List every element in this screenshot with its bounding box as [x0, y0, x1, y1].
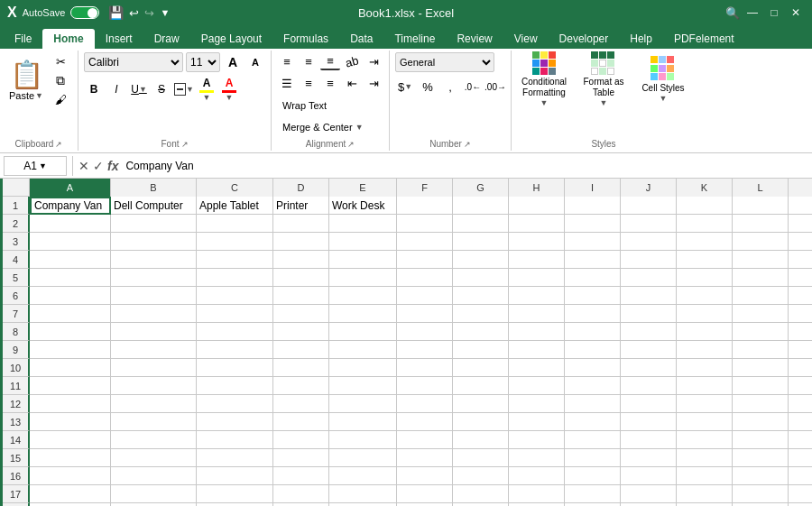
cell-h2[interactable] — [509, 215, 565, 233]
cell-j10[interactable] — [621, 359, 677, 377]
cell-d13[interactable] — [273, 413, 329, 431]
number-expand-icon[interactable]: ↗ — [464, 140, 471, 149]
format-as-table-button[interactable]: Format as Table ▼ — [577, 52, 631, 106]
font-family-select[interactable]: Calibri Arial Times New Roman — [84, 52, 183, 72]
col-header-j[interactable]: J — [621, 179, 677, 197]
decrease-decimal-button[interactable]: .00→ — [485, 77, 505, 97]
cell-e14[interactable] — [329, 431, 397, 449]
cell-l17[interactable] — [733, 485, 789, 503]
cell-h11[interactable] — [509, 377, 565, 395]
cell-k1[interactable] — [677, 197, 733, 215]
cell-i4[interactable] — [565, 251, 621, 269]
col-header-a[interactable]: A — [30, 179, 111, 197]
cell-f10[interactable] — [397, 359, 453, 377]
cell-e13[interactable] — [329, 413, 397, 431]
italic-button[interactable]: I — [106, 79, 126, 99]
copy-button[interactable]: ⧉ — [49, 71, 72, 89]
corner-cell[interactable] — [3, 179, 30, 196]
cell-styles-button[interactable]: Cell Styles ▼ — [636, 52, 690, 106]
insert-function-btn[interactable]: fx — [107, 159, 118, 173]
cell-g13[interactable] — [453, 413, 509, 431]
cell-i10[interactable] — [565, 359, 621, 377]
cut-button[interactable]: ✂ — [49, 52, 72, 70]
cell-k4[interactable] — [677, 251, 733, 269]
cell-b1[interactable]: Dell Computer — [111, 197, 197, 215]
increase-decimal-button[interactable]: .0← — [463, 77, 483, 97]
cell-a14[interactable] — [30, 431, 111, 449]
cell-h9[interactable] — [509, 341, 565, 359]
col-header-k[interactable]: K — [677, 179, 733, 197]
format-painter-button[interactable]: 🖌 — [49, 90, 72, 108]
cell-k6[interactable] — [677, 287, 733, 305]
clipboard-expand-icon[interactable]: ↗ — [55, 140, 62, 149]
cell-f3[interactable] — [397, 233, 453, 251]
formula-cancel-btn[interactable]: ✕ — [78, 159, 89, 173]
cell-a6[interactable] — [30, 287, 111, 305]
col-header-h[interactable]: H — [509, 179, 565, 197]
cell-i1[interactable] — [565, 197, 621, 215]
cell-b14[interactable] — [111, 431, 197, 449]
cell-g5[interactable] — [453, 269, 509, 287]
cell-c9[interactable] — [197, 341, 273, 359]
cell-j6[interactable] — [621, 287, 677, 305]
cell-m4[interactable] — [789, 251, 812, 269]
cell-g8[interactable] — [453, 323, 509, 341]
cell-a10[interactable] — [30, 359, 111, 377]
cell-e10[interactable] — [329, 359, 397, 377]
cell-a4[interactable] — [30, 251, 111, 269]
cell-c16[interactable] — [197, 467, 273, 485]
cell-a13[interactable] — [30, 413, 111, 431]
cell-c11[interactable] — [197, 377, 273, 395]
cell-l1[interactable] — [733, 197, 789, 215]
cell-d4[interactable] — [273, 251, 329, 269]
cell-j17[interactable] — [621, 485, 677, 503]
paste-button[interactable]: 📋 Paste ▼ — [5, 52, 47, 106]
cell-h6[interactable] — [509, 287, 565, 305]
tab-home[interactable]: Home — [42, 29, 94, 49]
cell-h17[interactable] — [509, 485, 565, 503]
cell-h15[interactable] — [509, 449, 565, 467]
cell-i8[interactable] — [565, 323, 621, 341]
col-header-i[interactable]: I — [565, 179, 621, 197]
cell-g12[interactable] — [453, 395, 509, 413]
cell-l4[interactable] — [733, 251, 789, 269]
cell-c3[interactable] — [197, 233, 273, 251]
redo-icon[interactable]: ↪ — [144, 6, 154, 20]
cell-e9[interactable] — [329, 341, 397, 359]
cell-j9[interactable] — [621, 341, 677, 359]
cell-i14[interactable] — [565, 431, 621, 449]
cell-k8[interactable] — [677, 323, 733, 341]
tab-draw[interactable]: Draw — [143, 29, 190, 49]
cell-d15[interactable] — [273, 449, 329, 467]
cell-j14[interactable] — [621, 431, 677, 449]
wrap-text-button[interactable]: Wrap Text — [277, 96, 369, 115]
cell-m5[interactable] — [789, 269, 812, 287]
cell-j4[interactable] — [621, 251, 677, 269]
cell-d16[interactable] — [273, 467, 329, 485]
cell-c17[interactable] — [197, 485, 273, 503]
cell-h13[interactable] — [509, 413, 565, 431]
col-header-f[interactable]: F — [397, 179, 453, 197]
cell-f5[interactable] — [397, 269, 453, 287]
cell-j15[interactable] — [621, 449, 677, 467]
cell-l15[interactable] — [733, 449, 789, 467]
align-middle-button[interactable]: ≡ — [299, 52, 318, 70]
cell-g14[interactable] — [453, 431, 509, 449]
cell-i12[interactable] — [565, 395, 621, 413]
cell-c2[interactable] — [197, 215, 273, 233]
fill-color-dropdown-icon[interactable]: ▼ — [203, 93, 211, 102]
cell-i11[interactable] — [565, 377, 621, 395]
cell-j2[interactable] — [621, 215, 677, 233]
percent-button[interactable]: % — [418, 77, 438, 97]
cell-b12[interactable] — [111, 395, 197, 413]
row-header-2[interactable]: 2 — [3, 215, 30, 233]
cell-f16[interactable] — [397, 467, 453, 485]
tab-file[interactable]: File — [4, 29, 42, 49]
tab-developer[interactable]: Developer — [549, 29, 620, 49]
cell-m2[interactable] — [789, 215, 812, 233]
tab-timeline[interactable]: Timeline — [383, 29, 446, 49]
cell-k17[interactable] — [677, 485, 733, 503]
cell-d11[interactable] — [273, 377, 329, 395]
cell-l12[interactable] — [733, 395, 789, 413]
cell-m9[interactable] — [789, 341, 812, 359]
